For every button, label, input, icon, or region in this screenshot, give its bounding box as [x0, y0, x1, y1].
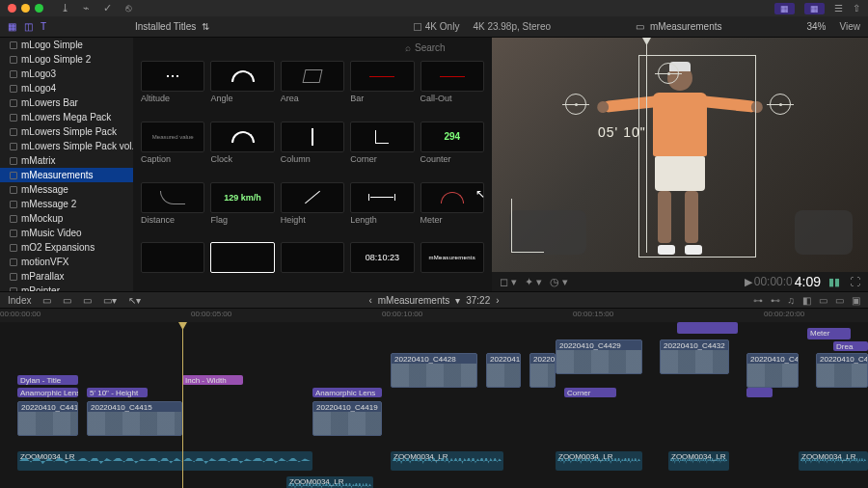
clip-aud[interactable]: ZOOM0034_LR [17, 451, 312, 471]
sidebar-item[interactable]: mMeasurements [0, 168, 133, 182]
tile-thumb[interactable] [141, 61, 204, 92]
sidebar-item[interactable]: mMessage 2 [0, 197, 133, 211]
sidebar-item[interactable]: mLogo Simple [0, 38, 133, 52]
title-tile[interactable]: Column [281, 122, 344, 176]
share-icon[interactable]: ⇧ [853, 3, 860, 14]
enhance-icon[interactable]: ✦ ▾ [525, 276, 542, 288]
clip-title[interactable]: 5' 10" - Height [87, 388, 148, 397]
title-tile[interactable]: Meter [420, 182, 484, 237]
tile-thumb[interactable] [210, 242, 274, 273]
sidebar-item[interactable]: mLogo4 [0, 81, 133, 95]
snap-icon[interactable]: ◧ [802, 295, 811, 306]
clip-vid[interactable]: 20220410_ [529, 353, 556, 388]
prev-edit-icon[interactable]: ‹ [368, 295, 371, 306]
skimming-icon[interactable]: ⊶ [753, 295, 763, 306]
sidebar-item[interactable]: mMessage [0, 182, 133, 197]
tile-thumb[interactable] [210, 61, 274, 92]
tile-thumb[interactable] [210, 122, 274, 152]
viewer-skimmer[interactable] [646, 38, 647, 253]
tile-thumb[interactable] [281, 122, 344, 152]
clip-title[interactable]: Drea [833, 341, 868, 351]
title-tile[interactable]: Length [350, 182, 414, 237]
tl-layout-icon[interactable]: ▭ [63, 295, 71, 306]
clip-title[interactable]: Meter [807, 328, 851, 339]
tl-opt-icon[interactable]: ▭ [819, 295, 827, 306]
sidebar-item[interactable]: mLogo Simple 2 [0, 52, 133, 67]
timeline[interactable]: 00:00:00:0000:00:05:0000:00:10:0000:00:1… [0, 309, 868, 488]
titles-icon[interactable]: T [41, 21, 46, 32]
tile-thumb[interactable] [281, 61, 344, 92]
tile-thumb[interactable] [350, 182, 414, 213]
render-icon[interactable]: ⎋ [125, 2, 132, 14]
tile-thumb[interactable]: 129 km/h [210, 182, 274, 213]
tile-thumb[interactable] [281, 182, 344, 213]
timeline-title[interactable]: mMeasurements [378, 295, 449, 306]
tile-thumb[interactable] [141, 242, 204, 273]
sidebar-item[interactable]: mLowers Simple Pack vol. 2 [0, 139, 133, 153]
tile-thumb[interactable]: mMeasurements [420, 242, 484, 273]
viewer-canvas[interactable]: 05' 10" [492, 38, 868, 272]
sidebar-item[interactable]: mMockup [0, 211, 133, 226]
title-tile[interactable] [141, 242, 204, 287]
tl-layout-icon[interactable]: ▭▾ [103, 295, 117, 306]
title-tile[interactable]: 129 km/hFlag [210, 182, 274, 237]
tile-thumb[interactable] [141, 182, 204, 213]
sidebar-item[interactable]: motionVFX [0, 255, 133, 269]
close-icon[interactable] [8, 4, 16, 13]
title-tile[interactable]: 08:10:23 [350, 242, 414, 287]
clip-vid[interactable]: 20220410_ [486, 353, 521, 388]
keyword-icon[interactable]: ⌁ [83, 2, 90, 14]
photos-icon[interactable]: ◫ [24, 21, 33, 32]
clip-aud[interactable]: ZOOM0034_LR [799, 451, 868, 471]
clip-aud[interactable]: ZOOM0034_LR [286, 476, 373, 488]
browser-label[interactable]: Installed Titles [135, 21, 196, 32]
clip-title[interactable] [746, 388, 773, 397]
search-input[interactable] [415, 42, 482, 53]
title-tile[interactable]: Height [281, 182, 344, 237]
audio-skim-icon[interactable]: ⊷ [771, 295, 780, 306]
library-icon[interactable]: ▦ [8, 21, 16, 32]
title-tile[interactable]: Call-Out [420, 61, 484, 116]
layout-pill-1[interactable]: ▦ [774, 3, 795, 14]
sidebar-item[interactable]: mLowers Mega Pack [0, 110, 133, 124]
transform-icon[interactable]: ◻ ▾ [500, 276, 517, 288]
sort-icon[interactable]: ⇅ [202, 21, 209, 32]
title-tile[interactable]: 294Counter [420, 122, 484, 176]
title-tile[interactable]: Corner [350, 122, 414, 176]
sidebar-item[interactable]: mMusic Video [0, 226, 133, 240]
clip-title[interactable]: Anamorphic Lens [17, 388, 78, 397]
clip-vid[interactable]: 20220410_C4429 [556, 339, 642, 374]
clip-vid[interactable]: 20220410_C4432 [660, 339, 729, 374]
clip-vid[interactable]: 20220410_C4428 [391, 353, 477, 388]
tl-opt-icon[interactable]: ▭ [835, 295, 844, 306]
tile-thumb[interactable] [420, 61, 484, 92]
clip-aud[interactable]: ZOOM0034_LR [391, 451, 503, 471]
sidebar-item[interactable]: mLowers Bar [0, 95, 133, 110]
minimize-icon[interactable] [21, 4, 30, 13]
tile-thumb[interactable] [350, 61, 414, 92]
clip-aud[interactable]: ZOOM0034_LR [668, 451, 729, 471]
zoom-level[interactable]: 34% [806, 21, 826, 32]
title-tile[interactable]: Distance [141, 182, 204, 237]
clip-title[interactable]: Anamorphic Lens [312, 388, 382, 397]
view-menu[interactable]: View [840, 21, 861, 32]
clip-title[interactable]: Corner [564, 388, 616, 397]
playhead[interactable] [182, 322, 183, 488]
zoom-icon[interactable] [35, 4, 43, 13]
title-tile[interactable]: mMeasurements [420, 242, 484, 287]
import-icon[interactable]: ⤓ [61, 2, 69, 14]
tile-thumb[interactable]: 294 [420, 122, 484, 152]
tool-select[interactable]: ↖▾ [128, 295, 141, 306]
sidebar-item[interactable]: mO2 Expansions [0, 240, 133, 255]
tracks[interactable]: Dylan - TitleInch - WidthMeterAnamorphic… [0, 322, 868, 488]
clip-title[interactable]: Inch - Width [182, 375, 243, 385]
tile-thumb[interactable] [420, 182, 484, 213]
tl-layout-icon[interactable]: ▭ [42, 295, 51, 306]
tile-thumb[interactable] [350, 122, 414, 152]
title-tile[interactable]: Angle [210, 61, 274, 116]
sidebar-item[interactable]: mLogo3 [0, 67, 133, 81]
clip-vid[interactable]: 20220410_C4414 [17, 401, 78, 436]
title-tile[interactable]: Altitude [141, 61, 204, 116]
retime-icon[interactable]: ◷ ▾ [550, 276, 568, 288]
settings-icon[interactable]: ☰ [834, 3, 843, 14]
